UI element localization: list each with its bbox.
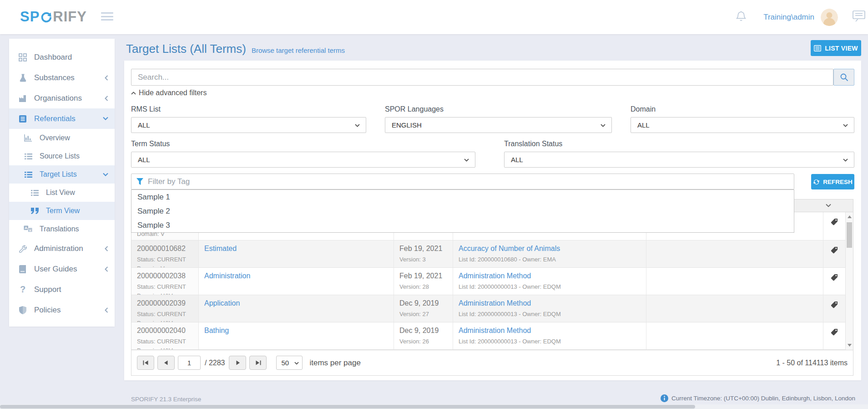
column-menu-chevron-icon[interactable] — [826, 204, 831, 208]
chevron-left-icon — [105, 266, 108, 272]
last-page-button[interactable] — [249, 356, 267, 370]
tag-icon[interactable] — [831, 274, 838, 291]
term-date: Feb 19, 2021 — [399, 245, 447, 253]
sidebar-label: Referentials — [34, 114, 76, 123]
chevron-down-icon — [355, 124, 360, 127]
scrollbar-thumb[interactable] — [847, 222, 852, 248]
list-view-button[interactable]: LIST VIEW — [811, 40, 861, 56]
sidebar-item-overview[interactable]: Overview — [9, 129, 115, 147]
term-status: Status: CURRENT — [137, 310, 193, 319]
sidebar-item-term-view[interactable]: Term View — [9, 202, 115, 220]
scroll-down-icon[interactable] — [846, 342, 853, 349]
list-link[interactable]: Accuracy of Number of Animals — [459, 245, 560, 253]
sidebar-item-translations[interactable]: Ax Translations — [9, 220, 115, 238]
translation-status-select[interactable]: ALL — [504, 152, 854, 168]
sidebar-item-support[interactable]: ? Support — [9, 279, 115, 300]
sidebar-item-organisations[interactable]: Organisations — [9, 88, 115, 108]
sidebar-item-dashboard[interactable]: Dashboard — [9, 47, 115, 67]
sidebar-label: Overview — [40, 134, 70, 142]
vertical-scrollbar[interactable] — [845, 212, 853, 350]
horizontal-scrollbar-thumb[interactable] — [0, 405, 695, 409]
sidebar-item-user-guides[interactable]: User Guides — [9, 259, 115, 279]
term-name-cell: Estimated — [199, 240, 394, 267]
term-status-label: Term Status — [131, 140, 475, 148]
wrench-icon — [17, 245, 28, 253]
list-cell: Administration Method List Id: 200000000… — [453, 295, 646, 322]
list-icon — [23, 171, 34, 178]
page-size-select[interactable]: 50 — [276, 356, 303, 370]
sidebar-label: Target Lists — [40, 170, 77, 179]
list-link[interactable]: Administration Method — [459, 299, 531, 307]
previous-page-button[interactable] — [157, 356, 175, 370]
search-button[interactable] — [833, 69, 854, 86]
tag-option-sample-3[interactable]: Sample 3 — [131, 218, 794, 232]
term-date-cell: Dec 9, 2019 Version: 26 — [394, 322, 453, 349]
rms-list-select[interactable]: ALL — [131, 117, 366, 133]
next-page-button[interactable] — [229, 356, 246, 370]
term-version: Version: 3 — [399, 255, 447, 264]
tag-option-sample-1[interactable]: Sample 1 — [131, 190, 794, 204]
feedback-chat-icon[interactable] — [853, 10, 868, 24]
list-cell: Administration Method List Id: 200000000… — [453, 322, 646, 349]
domain-select[interactable]: ALL — [631, 117, 854, 133]
horizontal-scrollbar[interactable] — [0, 404, 868, 409]
domain-label: Domain — [631, 105, 854, 113]
sidebar-label: Support — [34, 285, 61, 294]
scroll-up-icon[interactable] — [846, 213, 853, 220]
filter-by-tag-input[interactable] — [131, 174, 794, 189]
term-domain: Domain: V — [137, 264, 193, 267]
tag-icon[interactable] — [831, 328, 838, 345]
sporify-logo: SP RIFY — [20, 9, 87, 25]
list-cell: Administration Method List Id: 200000000… — [453, 268, 646, 295]
term-status-select[interactable]: ALL — [131, 152, 475, 168]
tags-cell — [823, 212, 845, 240]
sidebar-label: Translations — [40, 225, 79, 233]
term-id: 200000010682 — [137, 245, 193, 253]
page-number-input[interactable] — [178, 356, 201, 370]
logo-text-sp: SP — [20, 9, 40, 25]
term-link[interactable]: Administration — [204, 272, 250, 280]
tag-option-sample-2[interactable]: Sample 2 — [131, 204, 794, 218]
spor-languages-select[interactable]: ENGLISH — [385, 117, 612, 133]
sidebar-label: List View — [46, 189, 75, 197]
tag-icon[interactable] — [831, 301, 838, 318]
list-icon — [29, 189, 40, 196]
refresh-label: REFRESH — [823, 179, 853, 185]
term-link[interactable]: Estimated — [204, 245, 237, 253]
list-link[interactable]: Administration Method — [459, 272, 531, 280]
translation-status-field: Translation Status ALL — [504, 140, 854, 168]
sidebar-item-substances[interactable]: Substances — [9, 67, 115, 88]
tag-icon[interactable] — [831, 246, 838, 263]
chevron-down-icon — [294, 362, 299, 365]
term-domain: Domain: H&V — [137, 346, 193, 349]
tag-filter-wrap — [131, 174, 794, 189]
user-avatar[interactable] — [821, 9, 838, 26]
tag-icon[interactable] — [831, 218, 838, 236]
sidebar-item-policies[interactable]: Policies — [9, 300, 115, 320]
term-id: 200000002038 — [137, 272, 193, 280]
sidebar-item-referentials[interactable]: Referentials — [9, 108, 115, 129]
sidebar-item-target-lists[interactable]: Target Lists — [9, 165, 115, 184]
user-menu[interactable]: Training\admin — [763, 13, 814, 22]
page-total: / 2283 — [205, 359, 225, 367]
term-link[interactable]: Application — [204, 299, 240, 307]
toggle-label: Hide advanced filters — [139, 89, 207, 97]
caret-up-icon — [131, 92, 136, 95]
factory-icon — [17, 95, 28, 102]
svg-text:x: x — [29, 228, 31, 232]
sidebar-item-source-lists[interactable]: Source Lists — [9, 147, 115, 165]
list-link[interactable]: Administration Method — [459, 327, 531, 335]
browse-terms-link[interactable]: Browse target referential terms — [252, 46, 345, 54]
term-link[interactable]: Bathing — [204, 327, 229, 335]
notifications-bell-icon[interactable] — [736, 10, 746, 24]
first-page-button[interactable] — [137, 356, 154, 370]
search-input[interactable] — [131, 69, 833, 86]
sidebar-item-list-view[interactable]: List View — [9, 184, 115, 202]
sidebar-label: Term View — [46, 207, 80, 215]
menu-toggle-icon[interactable] — [101, 12, 114, 23]
dashboard-grid-icon — [17, 53, 28, 61]
term-date-cell: Feb 19, 2021 Version: 28 — [394, 268, 453, 295]
hide-advanced-filters-toggle[interactable]: Hide advanced filters — [131, 89, 207, 97]
sidebar-item-administration[interactable]: Administration — [9, 238, 115, 259]
refresh-button[interactable]: REFRESH — [811, 174, 854, 189]
